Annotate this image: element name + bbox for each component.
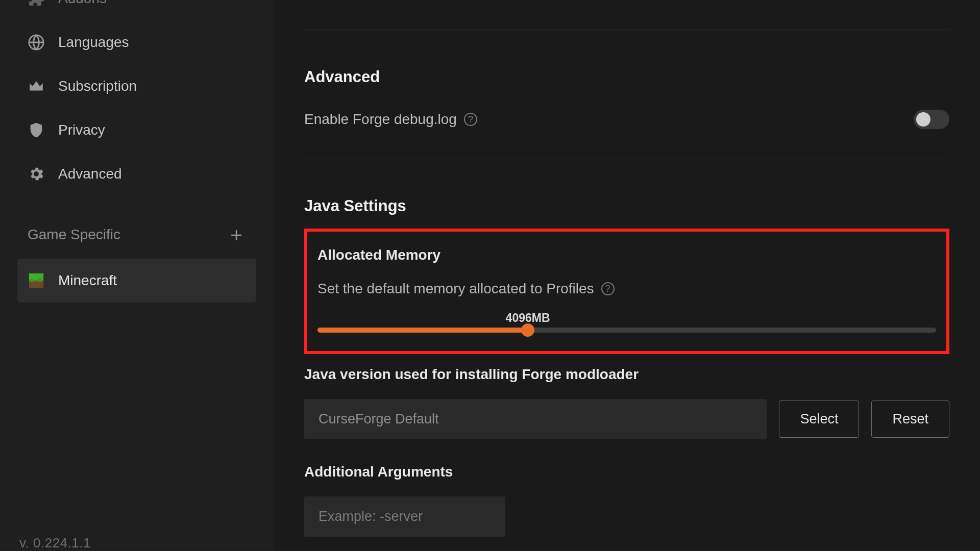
- divider: [304, 159, 949, 159]
- sidebar-item-label: Advanced: [58, 166, 122, 182]
- section-title-java: Java Settings: [304, 197, 949, 215]
- allocated-memory-title: Allocated Memory: [317, 247, 936, 263]
- allocated-memory-callout: Allocated Memory Set the default memory …: [304, 229, 949, 354]
- sidebar: Addons Languages Subscription Privacy Ad: [0, 0, 274, 551]
- svg-rect-3: [31, 279, 34, 282]
- svg-rect-4: [38, 279, 41, 282]
- minecraft-icon: [28, 272, 45, 289]
- select-java-button[interactable]: Select: [779, 400, 859, 438]
- help-icon[interactable]: ?: [601, 282, 615, 295]
- sidebar-item-privacy[interactable]: Privacy: [17, 108, 256, 152]
- sidebar-nav: Addons Languages Subscription Privacy Ad: [17, 0, 256, 196]
- divider: [304, 30, 949, 30]
- row-enable-debug-log: Enable Forge debug.log ?: [304, 110, 949, 129]
- sidebar-item-languages[interactable]: Languages: [17, 20, 256, 64]
- puzzle-icon: [28, 0, 45, 7]
- crown-icon: [28, 78, 45, 95]
- help-icon[interactable]: ?: [464, 113, 477, 126]
- section-header-label: Game Specific: [28, 227, 120, 243]
- sidebar-item-label: Languages: [58, 34, 129, 51]
- sidebar-item-advanced[interactable]: Advanced: [17, 152, 256, 196]
- shield-icon: [28, 121, 45, 139]
- toggle-knob: [916, 112, 930, 127]
- sidebar-item-label: Subscription: [58, 78, 137, 94]
- additional-args-title: Additional Arguments: [304, 464, 949, 480]
- java-version-input[interactable]: [304, 399, 767, 439]
- reset-java-button[interactable]: Reset: [871, 400, 949, 438]
- sidebar-item-label: Addons: [58, 0, 107, 7]
- allocated-memory-desc: Set the default memory allocated to Prof…: [317, 281, 936, 297]
- memory-slider-value: 4096MB: [506, 311, 550, 325]
- java-version-title: Java version used for installing Forge m…: [304, 366, 949, 383]
- slider-track: [317, 328, 936, 333]
- sidebar-item-label: Minecraft: [58, 272, 117, 289]
- add-game-button[interactable]: ＋: [227, 221, 246, 247]
- globe-icon: [28, 34, 45, 51]
- app-version: v. 0.224.1.1: [19, 535, 91, 551]
- slider-fill: [317, 328, 528, 333]
- sidebar-section-game-specific: Game Specific ＋: [17, 196, 256, 259]
- debug-log-label: Enable Forge debug.log: [304, 111, 457, 128]
- slider-thumb[interactable]: [521, 323, 534, 337]
- settings-content: Advanced Enable Forge debug.log ? Java S…: [274, 0, 980, 551]
- sidebar-item-addons[interactable]: Addons: [17, 0, 256, 20]
- sidebar-item-minecraft[interactable]: Minecraft: [17, 259, 256, 303]
- sidebar-item-label: Privacy: [58, 122, 105, 138]
- gear-icon: [28, 165, 45, 183]
- memory-slider[interactable]: 4096MB: [317, 314, 936, 333]
- sidebar-game-list: Minecraft: [17, 259, 256, 303]
- debug-log-toggle[interactable]: [914, 110, 949, 129]
- additional-args-input[interactable]: [304, 496, 505, 537]
- row-label: Enable Forge debug.log ?: [304, 111, 477, 128]
- java-version-row: Select Reset: [304, 399, 949, 439]
- sidebar-item-subscription[interactable]: Subscription: [17, 64, 256, 108]
- section-title-advanced: Advanced: [304, 68, 949, 86]
